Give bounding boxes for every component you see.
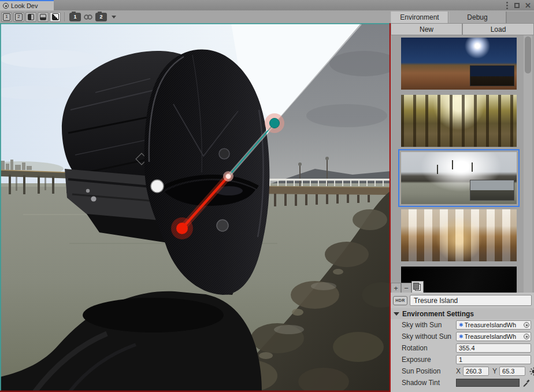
object-picker-icon[interactable]: [524, 322, 529, 328]
window-title: Look Dev: [11, 2, 38, 9]
sky-with-sun-row: Sky with Sun ✱ TreasureIslandWh: [391, 319, 534, 331]
eyedropper-button[interactable]: [521, 378, 531, 388]
sun-position-row: Sun Position X 260.3 Y 65.3: [391, 365, 534, 377]
toolbar-separator: [64, 12, 65, 21]
environment-list-scrollbar[interactable]: [524, 35, 532, 293]
window-menu-icon[interactable]: [506, 5, 508, 6]
shadow-tint-swatch[interactable]: [456, 379, 520, 387]
camera-2-button[interactable]: 2: [95, 13, 107, 21]
duplicate-icon: [415, 284, 421, 291]
shadow-tint-row: Shadow Tint: [391, 377, 534, 389]
duplicate-environment-button[interactable]: [411, 281, 424, 293]
foldout-arrow-icon: [394, 312, 399, 316]
close-icon[interactable]: ✕: [525, 2, 531, 9]
sky-without-sun-object-field[interactable]: ✱ TreasureIslandWh: [456, 332, 531, 341]
env-thumbnail-island[interactable]: [401, 152, 517, 204]
single-view-1-button[interactable]: 1: [1, 12, 12, 22]
lookdev-window: Look Dev ✕ 1 2 1 2: [0, 0, 534, 392]
rotation-label: Rotation: [402, 344, 456, 352]
environment-settings: Environment Settings Sky with Sun ✱ Trea…: [391, 308, 534, 392]
rotation-row: Rotation 355.4: [391, 342, 534, 354]
remove-environment-button[interactable]: −: [401, 283, 411, 293]
eyedropper-icon: [522, 379, 531, 387]
single-view-2-button[interactable]: 2: [13, 12, 24, 22]
camera-dropdown-icon[interactable]: [112, 16, 116, 19]
shadow-tint-label: Shadow Tint: [402, 379, 456, 387]
pick-sun-button[interactable]: [529, 367, 534, 376]
tab-debug[interactable]: Debug: [448, 12, 506, 23]
split-horizontal-icon: [40, 14, 46, 20]
rotation-field[interactable]: 355.4: [456, 343, 531, 353]
eye-icon: [3, 3, 9, 9]
hdr-badge: HDR: [393, 296, 407, 305]
load-button[interactable]: Load: [462, 23, 534, 35]
add-environment-button[interactable]: +: [391, 283, 401, 293]
camera-1-button[interactable]: 1: [69, 13, 81, 21]
y-axis-label: Y: [492, 367, 497, 375]
link-cameras-icon[interactable]: [83, 14, 93, 20]
view1-border-top: [0, 23, 391, 24]
new-button[interactable]: New: [391, 23, 462, 35]
split-diagonal-icon: [52, 13, 59, 20]
view-2-icon: 2: [15, 13, 23, 21]
split-diagonal-button[interactable]: [50, 12, 61, 22]
sky-without-sun-row: Sky without Sun ✱ TreasureIslandWh: [391, 331, 534, 342]
env-thumbnail-desert[interactable]: [401, 38, 517, 90]
exposure-field[interactable]: 1: [456, 355, 531, 364]
sun-icon: [529, 367, 534, 376]
environment-list-toolbar: + −: [391, 281, 424, 293]
exposure-label: Exposure: [402, 356, 456, 364]
split-horizontal-button[interactable]: [38, 12, 49, 22]
sun-position-y-field[interactable]: 65.3: [499, 367, 525, 376]
split-vertical-button[interactable]: [25, 12, 36, 22]
lookdev-tab[interactable]: Look Dev: [0, 0, 54, 10]
split-vertical-icon: [28, 14, 34, 20]
lookdev-viewport[interactable]: [0, 23, 391, 392]
environment-name-field[interactable]: Tresure Island: [410, 295, 532, 306]
hdr-name-row: HDR Tresure Island: [391, 293, 534, 308]
sky-with-sun-label: Sky with Sun: [402, 321, 456, 329]
lookdev-toolbar: 1 2 1 2: [0, 10, 391, 23]
environment-list: + −: [391, 35, 534, 293]
title-bar: Look Dev ✕: [0, 0, 534, 10]
x-axis-label: X: [456, 367, 461, 375]
gizmo-red-handle[interactable]: [176, 223, 188, 234]
new-load-row: New Load: [391, 23, 534, 35]
sun-position-label: Sun Position: [402, 367, 456, 375]
panel-tab-bar: Environment Debug: [391, 12, 534, 23]
gizmo-center-handle[interactable]: [226, 174, 231, 179]
environment-settings-header[interactable]: Environment Settings: [391, 308, 534, 319]
tab-bar-filler: [506, 12, 534, 23]
cubemap-icon: ✱: [459, 322, 463, 328]
view-1-icon: 1: [3, 13, 10, 21]
env-thumbnail-forest[interactable]: [401, 95, 517, 147]
sky-with-sun-object-field[interactable]: ✱ TreasureIslandWh: [456, 320, 531, 330]
sun-position-x-field[interactable]: 260.3: [463, 367, 489, 376]
tab-environment[interactable]: Environment: [391, 12, 448, 23]
view1-border-left: [0, 23, 1, 392]
maximize-icon[interactable]: [514, 3, 520, 8]
env-thumbnail-church[interactable]: [401, 209, 517, 261]
cubemap-icon: ✱: [459, 334, 463, 339]
exposure-row: Exposure 1: [391, 354, 534, 365]
object-picker-icon[interactable]: [524, 334, 529, 339]
scrollbar-thumb[interactable]: [525, 36, 531, 73]
gizmo-teal-handle[interactable]: [270, 119, 280, 128]
sky-without-sun-label: Sky without Sun: [402, 332, 456, 341]
